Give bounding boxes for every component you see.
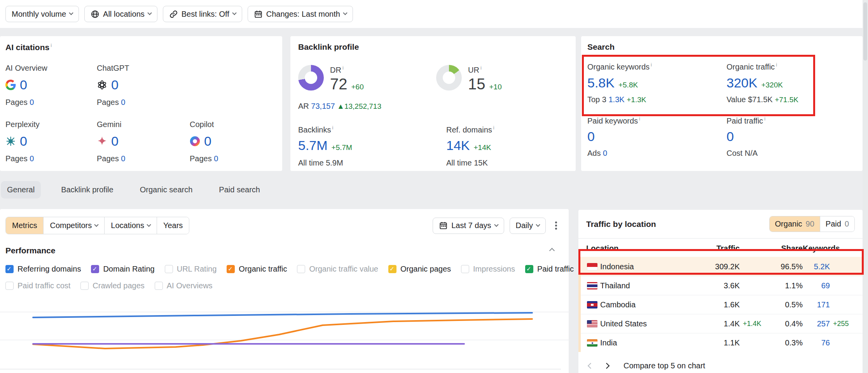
keywords-link[interactable]: 76 [803, 338, 830, 347]
checkbox-organic-traffic[interactable]: Organic traffic [227, 265, 287, 274]
info-icon[interactable]: i [342, 65, 344, 71]
table-row-united-states[interactable]: United States 1.4K +1.4K 0.4% 257 +255 [578, 314, 863, 333]
domain-rating-block: DRi 72 +60 [298, 65, 430, 92]
backlinks-value[interactable]: 5.7M [298, 138, 328, 153]
paid-traffic-value[interactable]: 0 [727, 129, 734, 144]
keywords-link[interactable]: 5.2K [803, 262, 830, 271]
next-page-arrow-icon[interactable] [604, 363, 610, 369]
engine-citations-value[interactable]: 0 [111, 134, 119, 149]
info-icon[interactable]: i [764, 116, 765, 122]
checkbox-organic-pages[interactable]: Organic pages [388, 265, 451, 274]
tab-paid-search[interactable]: Paid search [213, 181, 266, 199]
backlink-profile-title: Backlink profile [298, 42, 568, 52]
pages-label: Pages [97, 98, 119, 106]
tab-backlink-profile[interactable]: Backlink profile [55, 181, 120, 199]
info-icon[interactable]: i [493, 125, 494, 131]
keywords-link[interactable]: 257 [803, 319, 830, 328]
info-icon[interactable]: i [480, 65, 482, 71]
checkbox-crawled-pages[interactable]: Crawled pages [80, 281, 144, 290]
granularity-dropdown[interactable]: Daily [510, 218, 546, 234]
date-range-dropdown[interactable]: Last 7 days [433, 218, 504, 234]
vertical-scrollbar-thumb[interactable] [863, 2, 867, 61]
table-row-thailand[interactable]: Thailand 3.6K 1.1% 69 [578, 276, 863, 295]
paid-keywords-value[interactable]: 0 [587, 129, 595, 144]
organic-traffic-label: Organic traffic [727, 63, 775, 71]
pages-count-link[interactable]: 0 [121, 98, 125, 106]
checkbox-box [525, 265, 533, 273]
checkbox-paid-traffic[interactable]: Paid traffic [525, 265, 574, 274]
organic-toggle[interactable]: Organic 90 [770, 216, 820, 232]
top3-label: Top 3 [587, 95, 606, 104]
info-icon[interactable]: i [651, 62, 652, 68]
info-icon[interactable]: i [332, 125, 333, 131]
paid-toggle[interactable]: Paid 0 [820, 216, 854, 232]
ads-count-link[interactable]: 0 [603, 149, 607, 157]
top-filter-toolbar: Monthly volume All locations Best links:… [0, 0, 863, 28]
pages-count-link[interactable]: 0 [214, 154, 218, 163]
performance-title: Performance [5, 246, 55, 255]
table-row-india[interactable]: India 1.1K 0.3% 76 [578, 333, 863, 352]
chevron-down-icon [494, 222, 498, 227]
changes-dropdown[interactable]: Changes: Last month [248, 6, 353, 22]
compare-top5-button[interactable]: Compare top 5 on chart [623, 361, 705, 370]
cost-value: N/A [745, 149, 758, 157]
checkbox-referring-domains[interactable]: Referring domains [5, 265, 81, 274]
competitors-dropdown[interactable]: Competitors [43, 217, 104, 234]
info-icon[interactable]: i [51, 42, 52, 48]
cambodia-flag-icon [587, 301, 597, 309]
metrics-button[interactable]: Metrics [6, 217, 43, 234]
organic-traffic-value[interactable]: 320K [727, 75, 757, 91]
pages-count-link[interactable]: 0 [121, 154, 125, 163]
monthly-volume-dropdown[interactable]: Monthly volume [5, 6, 79, 22]
country-name: India [600, 338, 702, 347]
checkbox-paid-traffic-cost[interactable]: Paid traffic cost [5, 281, 70, 290]
locations-filter-dropdown[interactable]: Locations [104, 217, 157, 234]
performance-chart [0, 295, 569, 373]
keywords-link[interactable]: 69 [803, 281, 830, 290]
checkbox-domain-rating[interactable]: Domain Rating [91, 265, 154, 274]
more-options-kebab-icon[interactable] [555, 225, 557, 227]
engine-citations-value[interactable]: 0 [204, 134, 211, 149]
country-name: Thailand [600, 281, 702, 290]
globe-icon [91, 10, 100, 19]
paid-traffic-block: Paid traffici 0 Cost N/A [727, 116, 855, 158]
search-panel: Search Organic keywordsi 5.8K +5.8K Top … [581, 36, 863, 171]
locations-dropdown[interactable]: All locations [84, 6, 157, 22]
dr-delta: +60 [351, 83, 364, 91]
pages-count-link[interactable]: 0 [30, 154, 34, 163]
all-time-value: 15K [474, 159, 488, 167]
years-button[interactable]: Years [157, 217, 189, 234]
checkbox-organic-traffic-value[interactable]: Organic traffic value [297, 265, 378, 274]
tab-general[interactable]: General [1, 181, 41, 199]
changes-label: Changes: Last month [266, 10, 340, 19]
checkbox-impressions[interactable]: Impressions [461, 265, 515, 274]
info-icon[interactable]: i [776, 62, 777, 68]
info-icon[interactable]: i [639, 116, 640, 122]
engine-citations-value[interactable]: 0 [20, 134, 27, 149]
section-tabs: General Backlink profile Organic search … [1, 181, 266, 199]
prev-page-arrow-icon[interactable] [588, 363, 594, 369]
thailand-flag-icon [587, 282, 597, 289]
engine-citations-value[interactable]: 0 [20, 77, 27, 92]
organic-keywords-value[interactable]: 5.8K [587, 75, 615, 91]
table-row-cambodia[interactable]: Cambodia 1.6K 0.5% 171 [578, 295, 863, 314]
ref-domains-value[interactable]: 14K [446, 138, 470, 153]
ar-value-link[interactable]: 73,157 [311, 102, 335, 110]
top3-value-link[interactable]: 1.3K [609, 95, 625, 104]
ref-domains-delta: +14K [474, 143, 491, 152]
best-links-dropdown[interactable]: Best links: Off [163, 6, 242, 22]
ref-domains-label: Ref. domains [446, 125, 492, 134]
tab-organic-search[interactable]: Organic search [134, 181, 199, 199]
checkbox-label: Referring domains [17, 265, 81, 274]
checkbox-url-rating[interactable]: URL Rating [165, 265, 217, 274]
traffic-value: 1.1K [702, 338, 740, 347]
engine-name: AI Overview [5, 64, 97, 73]
value-delta: +71.5K [775, 96, 798, 104]
keywords-link[interactable]: 171 [803, 300, 830, 309]
pages-count-link[interactable]: 0 [30, 98, 34, 106]
checkbox-ai-overviews[interactable]: AI Overviews [155, 281, 213, 290]
table-row-indonesia[interactable]: Indonesia 309.2K 96.5% 5.2K [578, 257, 863, 276]
engine-citations-value[interactable]: 0 [111, 77, 119, 92]
top3-delta: +1.3K [627, 96, 646, 104]
collapse-chevron-up-icon[interactable] [549, 248, 555, 253]
